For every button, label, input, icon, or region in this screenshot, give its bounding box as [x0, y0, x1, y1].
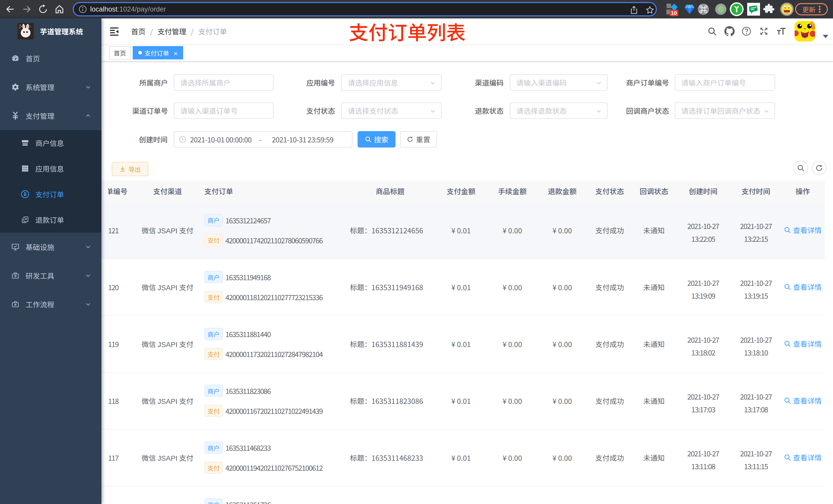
svg-text:10: 10: [671, 10, 677, 16]
